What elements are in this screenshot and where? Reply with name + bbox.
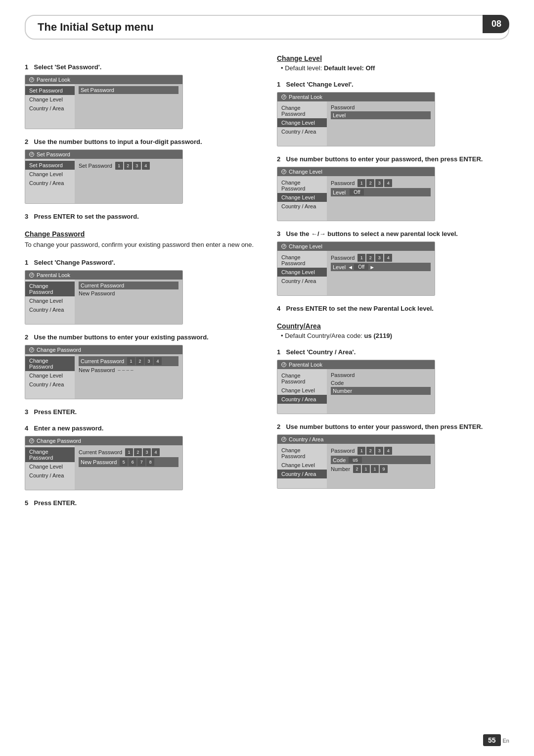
menu-item-ca-cp3: Country / Area [25, 471, 75, 480]
menu-change-level-2: ↺ Change Level Change Password Change Le… [277, 167, 435, 221]
page-number: 55 [483, 734, 501, 746]
menu-right-newpw3: New Password 5 6 7 8 [79, 457, 178, 467]
menu-body: Set Password Change Level Country / Area… [25, 84, 182, 129]
menu-right-pw-ca2: Password 1 2 3 4 [331, 446, 431, 456]
menu-icon-ca1: ↺ [281, 362, 286, 367]
step-5-change-pw-label: 5 Press ENTER. [25, 499, 257, 507]
menu-left-cl2: Change Password Change Level Country / A… [277, 176, 327, 221]
menu-right-level-cl1: Level [331, 111, 431, 119]
menu-item-chpw-ca2: Change Password [277, 446, 327, 461]
new-pw-nums3: 5 6 7 8 [120, 458, 154, 466]
new-pw-dots: – – – – [118, 367, 133, 373]
step-3-cl-label: 3 Use the ←/→ buttons to select a new pa… [277, 230, 509, 237]
menu-right-ca2: Password 1 2 3 4 Code us [327, 444, 435, 488]
menu-left-cl3: Change Password Change Level Country / A… [277, 251, 327, 295]
page-container: The Initial Setup menu 08 1 Select 'Set … [0, 0, 534, 756]
menu-item-ca-cp1: Country / Area [25, 305, 75, 314]
menu-item-chpw-ca1: Change Password [277, 371, 327, 386]
menu-title-bar: ↺ Parental Look [25, 75, 182, 84]
num-2: 2 [124, 162, 132, 170]
step-3-change-pw-label: 3 Press ENTER. [25, 408, 257, 416]
menu-change-level-1: ↺ Parental Look Change Password Change L… [277, 92, 435, 146]
menu-body-cl3: Change Password Change Level Country / A… [277, 251, 435, 295]
menu-title-cl1: ↺ Parental Look [277, 93, 435, 101]
right-column: Change Level Default level: Default leve… [277, 54, 509, 510]
menu-title-cl2-text: Change Level [289, 169, 322, 175]
step-4-change-pw-label: 4 Enter a new password. [25, 425, 257, 432]
change-level-heading: Change Level [277, 54, 509, 62]
menu-item-ca-cl2: Country / Area [277, 202, 327, 211]
menu-item-chpw-cl2: Change Password [277, 178, 327, 193]
menu-item-chpw-cl3: Change Password [277, 253, 327, 268]
menu-item-chpw3: Change Password [25, 447, 75, 462]
step-1-cl-label: 1 Select 'Change Level'. [277, 81, 509, 88]
menu-right-curpw: Current Password [79, 282, 178, 289]
menu-right-num-ca2: Number 2 1 1 9 [331, 464, 431, 474]
menu-right-pw-cl2: Password 1 2 3 4 [331, 178, 431, 188]
menu-title-cp2: ↺ Change Password [25, 345, 182, 354]
menu-title-cp1-text: Parental Look [37, 272, 70, 278]
menu-item-ca-cl3: Country / Area [277, 277, 327, 285]
menu-title-ca2-text: Country / Area [289, 436, 323, 442]
menu-title-text: Parental Look [37, 77, 70, 83]
page-title: The Initial Setup menu [38, 21, 154, 34]
menu-item-ca-cp2: Country / Area [25, 380, 75, 389]
menu-item-change-level: Change Level [25, 95, 75, 104]
arrow-left-icon: ◄ [348, 264, 353, 270]
menu-left-cp2: Change Password Change Level Country / A… [25, 354, 75, 399]
menu-left-2: Set Password Change Level Country / Area [25, 159, 75, 203]
menu-right-curpw2: Current Password 1 2 3 4 [79, 356, 178, 366]
menu-right-code-ca2: Code us [331, 456, 431, 464]
menu-item-chpw-cl1: Change Password [277, 103, 327, 118]
num-boxes-ca2: 2 1 1 9 [353, 465, 388, 473]
menu-body-cp1: Change Password Change Level Country / A… [25, 280, 182, 324]
menu-item-cl-ca2: Change Level [277, 461, 327, 470]
menu-left-cl1: Change Password Change Level Country / A… [277, 101, 327, 146]
menu-body-2: Set Password Change Level Country / Area… [25, 159, 182, 203]
menu-item-cl-ca1: Change Level [277, 386, 327, 395]
menu-icon-ca2: ↺ [281, 437, 286, 442]
step-2-set-password-label: 2 Use the number buttons to input a four… [25, 138, 257, 145]
menu-item-country-area: Country / Area [25, 104, 75, 113]
menu-item-ca1: Country / Area [277, 395, 327, 404]
menu-right-cp1: Current Password New Password [75, 280, 182, 324]
menu-icon-cl1: ↺ [281, 94, 286, 99]
menu-icon-cl3: ↺ [281, 244, 286, 249]
menu-item-ca-cl1: Country / Area [277, 127, 327, 136]
menu-body-cp3: Change Password Change Level Country / A… [25, 445, 182, 490]
content-area: 1 Select 'Set Password'. ↺ Parental Look… [25, 54, 509, 510]
menu-body-cl1: Change Password Change Level Country / A… [277, 101, 435, 146]
menu-right-set-password: Set Password [79, 86, 178, 94]
menu-title-cp1: ↺ Parental Look [25, 271, 182, 280]
menu-country-area-2: ↺ Country / Area Change Password Change … [277, 434, 435, 489]
menu-item-cl-cp2: Change Level [25, 371, 75, 380]
menu-item-cl1: Change Level [277, 118, 327, 127]
step-2-cl-label: 2 Use number buttons to enter your passw… [277, 155, 509, 163]
menu-item-ca-2: Country / Area [25, 179, 75, 188]
step-2-change-pw-label: 2 Use the number buttons to enter your e… [25, 333, 257, 341]
num-3: 3 [133, 162, 141, 170]
menu-right-num-ca1: Number [331, 387, 431, 395]
pw-nums-ca2: 1 2 3 4 [357, 447, 392, 455]
step-1-change-pw-label: 1 Select 'Change Password'. [25, 259, 257, 266]
menu-left-cp1: Change Password Change Level Country / A… [25, 280, 75, 324]
menu-left: Set Password Change Level Country / Area [25, 84, 75, 129]
menu-item-cl-2: Change Level [25, 170, 75, 179]
menu-item-cl-cp1: Change Level [25, 296, 75, 305]
menu-right-cp2: Current Password 1 2 3 4 New Password [75, 354, 182, 399]
menu-right-pw-cl3: Password 1 2 3 4 [331, 253, 431, 263]
num-boxes-1: 1 2 3 4 [115, 162, 150, 170]
arrow-right-icon: ► [369, 264, 375, 270]
step-2-ca-label: 2 Use number buttons to enter your passw… [277, 423, 509, 430]
menu-item-cl3: Change Level [277, 268, 327, 277]
menu-icon-cp3: ↺ [29, 438, 34, 443]
menu-left-ca2: Change Password Change Level Country / A… [277, 444, 327, 488]
menu-right: Set Password [75, 84, 182, 129]
menu-left-cp3: Change Password Change Level Country / A… [25, 445, 75, 490]
menu-icon-cp1: ↺ [29, 273, 34, 278]
pw-nums-cl3: 1 2 3 4 [357, 254, 392, 262]
menu-change-password-1: ↺ Parental Look Change Password Change L… [25, 270, 183, 325]
menu-right-cp3: Current Password 1 2 3 4 New Password [75, 445, 182, 490]
menu-right-newpw2: New Password – – – – [79, 366, 178, 374]
menu-icon-cl2: ↺ [281, 169, 286, 174]
